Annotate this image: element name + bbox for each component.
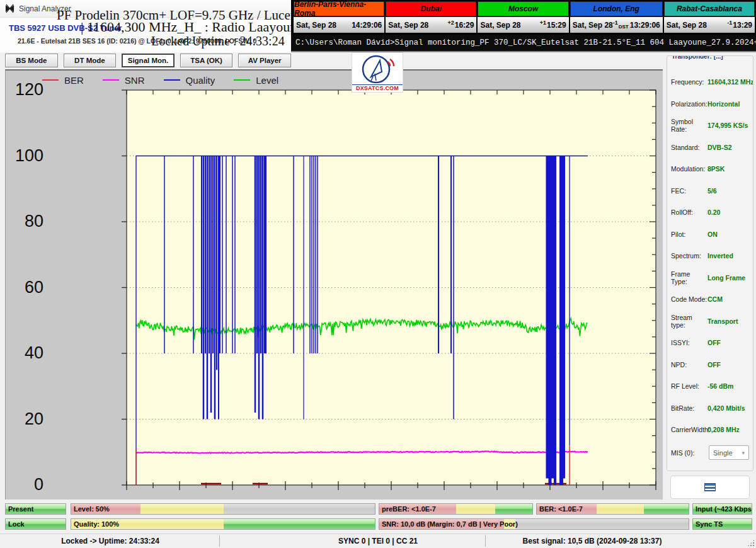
param-value: 0.20 (707, 208, 720, 216)
param-standard: Standard:DVB-S2 (667, 137, 753, 159)
param-label: RollOff: (671, 208, 707, 216)
param-label: BitRate: (671, 404, 707, 412)
param-value: 174,995 KS/s (707, 122, 748, 129)
param-label: Stream type: (671, 314, 707, 329)
param-bitrate: BitRate:0,420 Mbit/s (667, 397, 753, 420)
bar-ber: BER: <1.0E-7 (536, 503, 689, 515)
param-stream-type: Stream type:Transport (667, 311, 753, 333)
param-spectrum: Spectrum:Inverted (667, 245, 753, 267)
clock-dubai: DubaiSat, Sep 28+216:29 (386, 1, 476, 34)
clock-time: Sat, Sep 2814:29:06 (294, 17, 384, 33)
clock-city-label: London, Eng (570, 1, 663, 16)
tab-av-player[interactable]: AV Player (238, 54, 291, 67)
param-rf-level: RF Level:-56 dBm (667, 375, 753, 397)
param-value: 8PSK (707, 165, 724, 173)
bar-label-input: Input (~423 Kbps) (696, 505, 752, 513)
clock-utc-offset: +2 (448, 20, 454, 26)
clock-dst-flag: DST (619, 24, 629, 30)
satellite-dish-icon (352, 53, 403, 84)
param-label: Code Mode: (671, 295, 707, 303)
param-value: 0,208 MHz (707, 426, 740, 433)
clock-utc-offset: +1 (540, 20, 546, 26)
param-frequency: Frequency:11604,312 MHz (667, 71, 753, 93)
mis-value: Single (713, 449, 733, 457)
mode-tabs: BS Mode DT Mode Signal Mon. TSA (OK) AV … (0, 52, 291, 69)
param-label: NPD: (671, 361, 707, 368)
tab-bs-mode[interactable]: BS Mode (5, 54, 58, 67)
param-value: CCM (707, 295, 723, 303)
param-value: ON (707, 231, 718, 238)
param-carrierwidth: CarrierWidth:0,208 MHz (667, 419, 753, 441)
param-value: Transport (707, 317, 738, 325)
bar-label-present: Present (8, 505, 33, 513)
clock-city-label: Moscow (478, 1, 568, 16)
console-prompt[interactable]: C:\Users\Roman Dávid>Signal monitoring_P… (291, 35, 756, 52)
param-npd: NPD:OFF (667, 354, 753, 376)
bar-input: Input (~423 Kbps) (692, 503, 752, 515)
mis-select[interactable]: Single ▾ (709, 445, 749, 460)
bar-level: Level: 50% (71, 503, 375, 515)
clock-moscow: MoscowSat, Sep 28+115:29 (478, 1, 568, 34)
clock-time-value: 15:29 (547, 21, 566, 30)
param-fec: FEC:5/6 (667, 180, 753, 202)
bar-syncts: Sync TS (692, 518, 752, 530)
bar-label-level: Level: 50% (74, 505, 110, 513)
param-issyi: ISSYI:OFF (667, 332, 753, 354)
statusbar-section-1: SYNC 0 | TEI 0 | CC 21 (338, 537, 418, 545)
param-label: Polarization: (671, 100, 707, 108)
param-value: OFF (707, 361, 721, 368)
clock-city-label: Berlin-Paris-Vienna-Roma (294, 1, 384, 16)
y-axis-label-60: 60 (13, 278, 43, 297)
param-label: Frame Type: (671, 270, 707, 285)
clock-date: Sat, Sep 28 (480, 21, 520, 30)
app-icon (5, 4, 14, 13)
bar-preber: preBER: <1.0E-7 (379, 503, 533, 515)
param-symbol-rate: Symbol Rate:174,995 KS/s (667, 115, 753, 137)
chart-canvas (6, 71, 663, 501)
resize-grip-icon[interactable] (747, 539, 755, 547)
clock-time: Sat, Sep 28-113:29 (664, 17, 755, 33)
clock-time: Sat, Sep 28-1DST13:29:06 (570, 17, 663, 33)
bar-label-lock: Lock (8, 520, 25, 528)
param-value: Long Frame (707, 274, 745, 282)
param-value: Horizontal (707, 100, 740, 108)
bar-snr: SNR: 10,0 dB (Margin: 0,7 dB | Very Poor… (379, 518, 689, 530)
parameters-panel: Transponder: [...] Frequency:11604,312 M… (663, 52, 756, 501)
param-label: FEC: (671, 187, 707, 195)
y-axis-label-80: 80 (13, 212, 43, 231)
y-axis-label-120: 120 (13, 80, 43, 100)
bar-label-snr: SNR: 10,0 dB (Margin: 0,7 dB | Very Poor… (382, 520, 518, 528)
y-axis-label-40: 40 (13, 343, 43, 363)
param-value: DVB-S2 (707, 144, 732, 151)
locked-uptime: Locked Uptime : 24:33:24 (151, 34, 285, 49)
param-polarization: Polarization:Horizontal (667, 93, 753, 115)
y-axis-label-20: 20 (13, 409, 43, 429)
statusbar-divider (485, 535, 486, 547)
clock-city-label: Rabat-Casablanca (664, 1, 755, 16)
param-label: Standard: (671, 144, 707, 151)
param-frame-type: Frame Type:Long Frame (667, 267, 753, 289)
mis-row: MIS (0): Single ▾ (667, 445, 753, 460)
bar-label-ber: BER: <1.0E-7 (539, 505, 583, 513)
tab-signal-mon[interactable]: Signal Mon. (122, 54, 175, 67)
param-label: Frequency: (671, 78, 707, 86)
tab-tsa[interactable]: TSA (OK) (180, 54, 233, 67)
bar-label-quality: Quality: 100% (74, 520, 119, 528)
tab-dt-mode[interactable]: DT Mode (64, 54, 117, 67)
statusbar-divider (219, 535, 220, 547)
clock-time-value: 13:29:06 (630, 21, 660, 30)
bar-lock: Lock (5, 518, 66, 530)
clock-time: Sat, Sep 28+216:29 (386, 17, 476, 33)
clock-time-value: 13:29 (733, 21, 752, 30)
param-value: 0,420 Mbit/s (707, 404, 745, 412)
param-label: CarrierWidth: (671, 426, 707, 433)
clock-date: Sat, Sep 28 (573, 21, 613, 30)
param-label: Modulation: (671, 165, 707, 173)
spectrum-button[interactable] (670, 476, 750, 499)
param-code-mode: Code Mode:CCM (667, 288, 753, 311)
param-rolloff: RollOff:0.20 (667, 202, 753, 224)
clock-utc-offset: -1 (613, 20, 618, 26)
clock-date: Sat, Sep 28 (667, 21, 707, 30)
transponder-clipped-label: Transponder: [...] (672, 55, 723, 60)
clock-date: Sat, Sep 28 (388, 21, 428, 30)
